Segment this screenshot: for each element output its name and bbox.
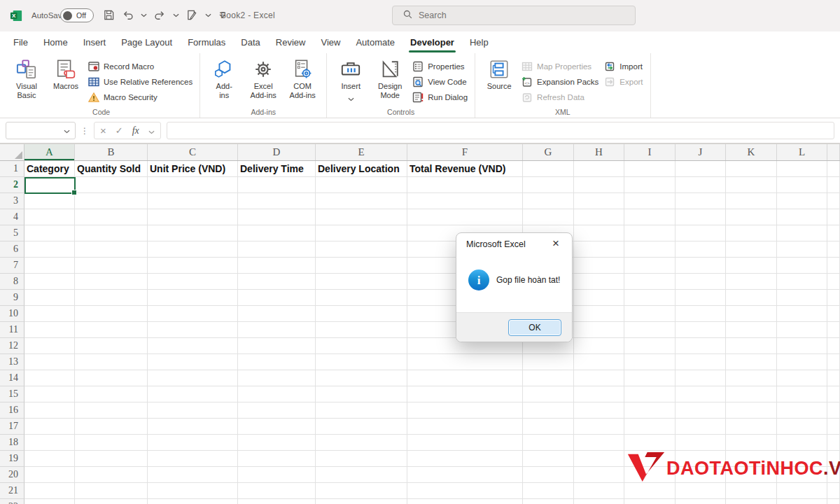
cell-J3[interactable] [676, 193, 726, 209]
cell-I4[interactable] [624, 209, 676, 225]
cell-A9[interactable] [24, 290, 75, 306]
cell-G3[interactable] [523, 193, 574, 209]
cell-B6[interactable] [75, 241, 148, 258]
ribbon-button-insert[interactable]: Insert [332, 56, 370, 106]
column-header-b[interactable]: B [75, 144, 148, 160]
tab-formulas[interactable]: Formulas [180, 31, 233, 53]
cell-A15[interactable] [24, 386, 75, 402]
cell-J18[interactable] [676, 435, 726, 451]
tab-view[interactable]: View [313, 31, 348, 53]
cell-partial-1[interactable] [827, 161, 840, 177]
cell-G1[interactable] [523, 161, 574, 177]
cell-D3[interactable] [238, 193, 316, 209]
cell-A6[interactable] [24, 241, 75, 258]
dialog-close-icon[interactable]: × [549, 237, 563, 251]
cell-partial-18[interactable] [827, 435, 840, 451]
cell-J7[interactable] [676, 258, 726, 274]
row-header-10[interactable]: 10 [0, 306, 24, 322]
ok-button[interactable]: OK [508, 319, 561, 336]
enter-check-icon[interactable]: ✓ [115, 125, 123, 136]
cell-A8[interactable] [24, 274, 75, 290]
cell-H5[interactable] [574, 225, 624, 241]
cell-H21[interactable] [574, 483, 624, 499]
column-header-k[interactable]: K [726, 144, 777, 160]
cell-J2[interactable] [676, 177, 726, 193]
column-header-a[interactable]: A [24, 144, 75, 160]
cancel-icon[interactable]: × [100, 125, 106, 136]
cell-C22[interactable] [148, 499, 238, 504]
cell-L3[interactable] [777, 193, 827, 209]
cell-H1[interactable] [574, 161, 624, 177]
cell-E3[interactable] [316, 193, 407, 209]
cell-C8[interactable] [148, 274, 238, 290]
cell-E1[interactable]: Delivery Location [316, 161, 407, 177]
cell-I11[interactable] [624, 322, 676, 338]
cell-B17[interactable] [75, 419, 148, 435]
cell-partial-7[interactable] [827, 258, 840, 274]
cell-L4[interactable] [777, 209, 827, 225]
cell-I18[interactable] [624, 435, 676, 451]
column-header-partial[interactable] [827, 144, 840, 160]
cell-A2[interactable] [24, 177, 75, 193]
cell-D1[interactable]: Delivery Time [238, 161, 316, 177]
row-header-11[interactable]: 11 [0, 322, 24, 338]
cell-K17[interactable] [726, 419, 777, 435]
ribbon-button-excel-add-ins[interactable]: ExcelAdd-ins [244, 56, 282, 106]
search-input[interactable]: Search [392, 6, 636, 25]
autosave-toggle[interactable]: Off [60, 8, 94, 22]
cell-partial-2[interactable] [827, 177, 840, 193]
cell-D5[interactable] [238, 225, 316, 241]
cell-K22[interactable] [726, 499, 777, 504]
cell-C15[interactable] [148, 386, 238, 402]
row-header-20[interactable]: 20 [0, 467, 24, 483]
column-header-f[interactable]: F [407, 144, 523, 160]
cell-D19[interactable] [238, 451, 316, 467]
cell-D8[interactable] [238, 274, 316, 290]
cell-H12[interactable] [574, 338, 624, 354]
cell-E19[interactable] [316, 451, 407, 467]
cell-J8[interactable] [676, 274, 726, 290]
cell-K8[interactable] [726, 274, 777, 290]
cell-H13[interactable] [574, 354, 624, 370]
cell-C11[interactable] [148, 322, 238, 338]
cell-J17[interactable] [676, 419, 726, 435]
cell-C7[interactable] [148, 258, 238, 274]
cell-H17[interactable] [574, 419, 624, 435]
cell-B7[interactable] [75, 258, 148, 274]
cell-G18[interactable] [523, 435, 574, 451]
cell-H3[interactable] [574, 193, 624, 209]
fx-chevron-icon[interactable] [148, 125, 155, 137]
cell-A7[interactable] [24, 258, 75, 274]
cell-J11[interactable] [676, 322, 726, 338]
cell-C17[interactable] [148, 419, 238, 435]
cell-E5[interactable] [316, 225, 407, 241]
cell-C13[interactable] [148, 354, 238, 370]
cell-D12[interactable] [238, 338, 316, 354]
row-header-1[interactable]: 1 [0, 161, 24, 177]
cell-E12[interactable] [316, 338, 407, 354]
ribbon-button-run-dialog[interactable]: Run Dialog [410, 90, 470, 105]
cell-C20[interactable] [148, 467, 238, 483]
row-header-17[interactable]: 17 [0, 419, 24, 435]
cell-E14[interactable] [316, 370, 407, 386]
cell-A16[interactable] [24, 402, 75, 419]
cell-partial-12[interactable] [827, 338, 840, 354]
cell-I15[interactable] [624, 386, 676, 402]
save-icon[interactable] [101, 7, 117, 23]
cell-E9[interactable] [316, 290, 407, 306]
cell-K16[interactable] [726, 402, 777, 419]
cell-H8[interactable] [574, 274, 624, 290]
name-box[interactable] [6, 122, 76, 139]
cell-B14[interactable] [75, 370, 148, 386]
cell-K11[interactable] [726, 322, 777, 338]
cell-E16[interactable] [316, 402, 407, 419]
excel-logo-icon[interactable]: X [10, 9, 23, 25]
cell-F1[interactable]: Total Revenue (VND) [407, 161, 523, 177]
cell-J4[interactable] [676, 209, 726, 225]
cell-B5[interactable] [75, 225, 148, 241]
cell-partial-10[interactable] [827, 306, 840, 322]
cell-D13[interactable] [238, 354, 316, 370]
cell-K14[interactable] [726, 370, 777, 386]
cell-I10[interactable] [624, 306, 676, 322]
cell-J22[interactable] [676, 499, 726, 504]
